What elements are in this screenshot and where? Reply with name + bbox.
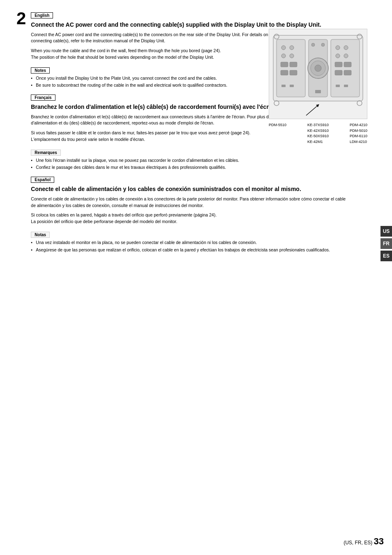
label-center: KE-37XS910 KE-42XS910 KE-50XS910 KE-42M1 [307, 122, 329, 145]
side-tab-us: US [380, 226, 392, 237]
label-center-top: KE-37XS910 [307, 122, 329, 128]
page-number: (US, FR, ES) 33 [344, 536, 384, 547]
svg-rect-27 [344, 62, 351, 67]
label-left: PDM-5510 [269, 122, 286, 145]
svg-point-18 [321, 43, 325, 46]
english-notes-badge: Notes [31, 67, 50, 74]
label-right-mid: PDM-5010 [350, 128, 367, 134]
label-right-last: LDM-4210 [350, 139, 367, 145]
svg-rect-30 [344, 85, 348, 87]
diagram-labels: PDM-5510 KE-37XS910 KE-42XS910 KE-50XS91… [269, 122, 367, 145]
label-center-last: KE-42M1 [307, 139, 329, 145]
svg-point-21 [336, 46, 340, 50]
espanol-title: Conecte el cable de alimentación y los c… [31, 185, 349, 193]
espanol-note-1: Una vez instalado el monitor en la placa… [31, 240, 349, 246]
diagram-box [269, 29, 367, 119]
espanol-note-2: Asegúrese de que las personas que realiz… [31, 247, 349, 253]
svg-point-16 [315, 65, 321, 71]
svg-point-22 [336, 54, 340, 58]
svg-point-4 [281, 54, 286, 58]
francais-badge: Français [31, 94, 55, 101]
svg-rect-9 [290, 62, 297, 67]
svg-point-17 [311, 43, 315, 46]
label-right: PDM-4210 PDM-5010 PDM-6110 LDM-4210 [350, 122, 367, 145]
svg-rect-25 [335, 62, 342, 67]
side-tab-fr: FR [380, 238, 392, 249]
espanol-section: Español Conecte el cable de alimentación… [31, 177, 349, 253]
francais-note-2: Confiez le passage des câbles dans le mu… [31, 164, 349, 171]
svg-rect-10 [290, 70, 297, 75]
right-panel: PDM-5510 KE-37XS910 KE-42XS910 KE-50XS91… [265, 16, 380, 153]
svg-rect-11 [281, 85, 286, 87]
diagram-svg [269, 29, 367, 119]
svg-rect-19 [315, 90, 321, 93]
svg-point-23 [344, 46, 348, 50]
espanol-notes-badge: Notas [31, 232, 50, 238]
step-number: 2 [16, 10, 26, 27]
label-right-top: PDM-4210 [350, 122, 367, 128]
svg-rect-12 [290, 85, 294, 87]
espanol-body2: Si coloca los cables en la pared, hágalo… [31, 212, 349, 225]
francais-note-1: Une fois l'écran installé sur la plaque,… [31, 157, 349, 164]
espanol-body1: Conecte el cable de alimentación y los c… [31, 196, 349, 209]
label-right-bot: PDM-6110 [350, 134, 367, 139]
svg-rect-26 [335, 70, 342, 75]
svg-rect-29 [336, 85, 340, 87]
espanol-badge: Español [31, 177, 54, 183]
francais-notes-list: Une fois l'écran installé sur la plaque,… [31, 157, 349, 171]
page-footer-text: (US, FR, ES) [344, 540, 372, 546]
espanol-notes-list: Una vez instalado el monitor en la placa… [31, 240, 349, 253]
svg-point-24 [344, 54, 348, 58]
side-tab-es: ES [380, 251, 392, 261]
page: 2 English Connect the AC power cord and … [0, 0, 392, 555]
svg-point-5 [290, 46, 294, 50]
label-center-bot: KE-50XS910 [307, 134, 329, 139]
svg-rect-8 [281, 70, 288, 75]
page-num-large: 33 [374, 536, 384, 546]
label-center-mid: KE-42XS910 [307, 128, 329, 134]
svg-point-6 [290, 54, 294, 58]
svg-point-3 [281, 46, 286, 50]
svg-rect-7 [281, 62, 288, 67]
francais-notes-badge: Remarques [31, 150, 60, 156]
svg-rect-28 [344, 70, 351, 75]
english-badge: English [31, 12, 53, 18]
side-tabs: US FR ES [380, 226, 392, 261]
